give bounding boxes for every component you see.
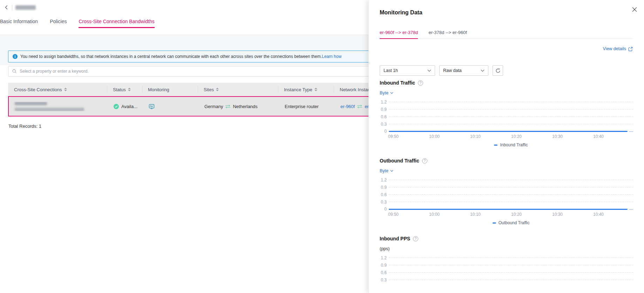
series-line <box>389 131 628 132</box>
y-tick: 0 <box>377 207 387 212</box>
x-tick: 10:20 <box>511 134 522 139</box>
chart-controls: Last 1h Raw data <box>380 65 633 76</box>
chevron-left-icon <box>4 5 9 10</box>
status-available-icon <box>114 104 119 109</box>
unit-dropdown[interactable]: Byte <box>380 168 393 173</box>
view-details-label: View details <box>603 46 626 51</box>
direction-tabs: er-960f --> er-378d er-378d --> er-960f <box>380 30 633 39</box>
col-label: Instance Type <box>284 87 312 92</box>
chevron-down-icon <box>390 170 393 172</box>
tab-er960f-to-er378d[interactable]: er-960f --> er-378d <box>380 30 418 39</box>
exchange-arrows-icon <box>357 105 362 108</box>
col-monitoring: Monitoring <box>142 83 198 96</box>
inbound-traffic-section: Inbound Traffic ? Byte 1.2 0.9 0.6 0.3 0 <box>380 80 633 147</box>
y-tick: 0.3 <box>377 200 387 205</box>
x-tick: 09:50 <box>388 134 399 139</box>
series-line-tail <box>629 209 633 210</box>
info-icon: i <box>13 54 18 59</box>
chart-plot: 1.2 0.9 0.6 0.3 0 09:50 10:00 10:10 10:2… <box>389 180 633 216</box>
sort-icon[interactable] <box>64 88 67 91</box>
network-instance-left-link[interactable]: er-960f <box>340 104 355 109</box>
x-tick: 10:30 <box>552 212 563 217</box>
panel-title: Monitoring Data <box>380 0 633 16</box>
legend-label: Outbound Traffic <box>499 220 530 225</box>
time-range-value: Last 1h <box>384 68 398 73</box>
col-label: Monitoring <box>148 87 169 92</box>
help-icon[interactable]: ? <box>422 158 427 164</box>
x-tick: 10:00 <box>429 212 440 217</box>
banner-text: You need to assign bandwidths, so that n… <box>20 54 322 59</box>
data-mode-value: Raw data <box>443 68 462 73</box>
col-status[interactable]: Status <box>107 83 142 96</box>
chart-legend[interactable]: Outbound Traffic <box>389 220 633 225</box>
chart-title: Inbound Traffic <box>380 80 415 86</box>
y-tick: 1.2 <box>377 255 387 260</box>
outbound-traffic-section: Outbound Traffic ? Byte 1.2 0.9 0.6 0.3 … <box>380 158 633 225</box>
cell-monitoring[interactable] <box>143 104 198 109</box>
x-tick: 10:20 <box>511 212 522 217</box>
unit-dropdown[interactable]: Byte <box>380 91 393 95</box>
sort-icon[interactable] <box>314 88 317 91</box>
site-left: Germany <box>204 104 223 109</box>
legend-label: Inbound Traffic <box>500 142 528 147</box>
tab-basic-information[interactable]: Basic Information <box>0 19 38 28</box>
y-tick: 0.9 <box>377 185 387 190</box>
col-label: Network Instan <box>340 87 370 92</box>
y-tick: 0.9 <box>377 263 387 268</box>
y-tick: 0.6 <box>377 192 387 197</box>
connection-name-blurred <box>15 102 84 111</box>
page-title-blurred <box>15 5 36 10</box>
x-tick: 10:00 <box>429 134 440 139</box>
col-label: Status <box>113 87 126 92</box>
tab-cross-site-connection-bandwidths[interactable]: Cross-Site Connection Bandwidths <box>79 19 154 28</box>
x-tick: 09:50 <box>388 212 399 217</box>
instance-type-value: Enterprise router <box>285 104 319 109</box>
y-tick: 0.6 <box>377 114 387 119</box>
chevron-down-icon <box>427 69 431 72</box>
chart-title: Outbound Traffic <box>380 158 419 164</box>
chevron-down-icon <box>481 69 484 72</box>
col-cross-site-connections[interactable]: Cross-Site Connections <box>8 83 107 96</box>
y-tick: 1.2 <box>377 178 387 182</box>
monitoring-chart-icon[interactable] <box>149 104 155 109</box>
y-tick: 0.3 <box>377 122 387 127</box>
cell-status: Availa... <box>108 104 143 109</box>
inbound-pps-section: Inbound PPS ? (pps) 1.2 0.9 0.6 0.3 <box>380 236 633 282</box>
chart-plot: 1.2 0.9 0.6 0.3 0 09:50 10:00 10:10 10:2… <box>389 102 633 138</box>
x-tick: 10:40 <box>593 134 604 139</box>
cell-instance-type: Enterprise router <box>279 104 334 109</box>
status-badge: Availa... <box>121 104 137 109</box>
x-tick: 10:10 <box>470 212 481 217</box>
learn-how-link[interactable]: Learn how <box>322 54 341 59</box>
sort-icon[interactable] <box>216 88 219 91</box>
unit-label: (pps) <box>380 246 389 251</box>
help-icon[interactable]: ? <box>413 236 418 241</box>
legend-marker <box>494 145 497 146</box>
x-tick: 10:30 <box>552 134 563 139</box>
y-tick: 1.2 <box>377 100 387 105</box>
y-tick: 0.6 <box>377 270 387 275</box>
back-button[interactable] <box>4 4 10 11</box>
refresh-button[interactable] <box>493 65 503 76</box>
monitoring-data-panel: Monitoring Data er-960f --> er-378d er-3… <box>368 0 644 293</box>
col-sites[interactable]: Sites <box>198 83 278 96</box>
sort-icon[interactable] <box>128 88 131 91</box>
legend-marker <box>493 222 496 224</box>
x-tick: 10:10 <box>470 134 481 139</box>
help-icon[interactable]: ? <box>418 80 423 86</box>
tab-policies[interactable]: Policies <box>50 19 67 28</box>
y-tick: 0 <box>377 129 387 134</box>
chart-plot: 1.2 0.9 0.6 0.3 <box>389 258 633 282</box>
refresh-icon <box>495 68 501 73</box>
external-link-icon <box>628 47 633 51</box>
chart-legend[interactable]: Inbound Traffic <box>389 142 633 147</box>
time-range-select[interactable]: Last 1h <box>380 65 435 76</box>
cell-connection-name[interactable] <box>9 102 108 111</box>
tab-er378d-to-er960f[interactable]: er-378d --> er-960f <box>428 30 467 39</box>
view-details-link[interactable]: View details <box>603 46 633 51</box>
y-tick: 0.3 <box>377 278 387 282</box>
col-instance-type[interactable]: Instance Type <box>278 83 334 96</box>
data-mode-select[interactable]: Raw data <box>439 65 488 76</box>
divider <box>12 5 12 10</box>
series-line-tail <box>629 131 633 132</box>
